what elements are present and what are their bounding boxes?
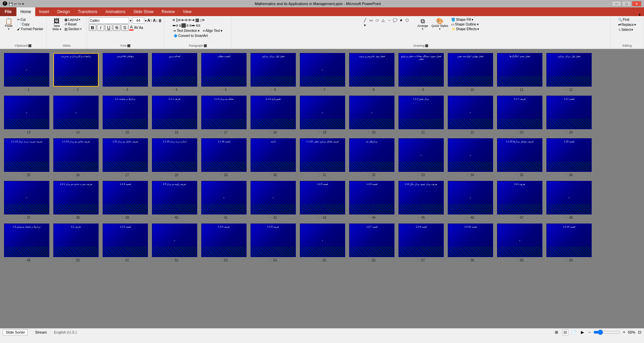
slide-star-icon-42[interactable]: ☆ [269, 216, 272, 219]
slide-thumb-16[interactable]: 1.1.1 تعریف [152, 96, 197, 129]
slide-container-27[interactable]: 1.15 تعریف حاصل دو بردار☆27 [101, 137, 149, 178]
bold-button[interactable]: B [89, 24, 96, 31]
slide-container-7[interactable]: ●☆7 [299, 52, 346, 93]
tab-slideshow[interactable]: Slide Show [129, 7, 158, 16]
slide-thumb-12[interactable]: فصل اول: بردار، برداری [546, 53, 592, 87]
tab-design[interactable]: Design [53, 7, 74, 16]
slide-star-icon-47[interactable]: ☆ [516, 216, 518, 219]
tab-view[interactable]: View [179, 7, 196, 16]
normal-view-btn[interactable]: ⊞ [553, 329, 559, 335]
slide-container-31[interactable]: 1.1.20 تعریف فضای برداری خطی☆31 [299, 137, 346, 178]
slide-star-icon-31[interactable]: ☆ [319, 173, 321, 176]
slide-thumb-60[interactable]: 1.3.14 قضیه [546, 224, 592, 257]
slide-container-32[interactable]: بردارهای بته☆32 [348, 137, 396, 178]
slide-star-icon-39[interactable]: ☆ [121, 216, 124, 219]
zoom-slider[interactable] [593, 330, 620, 335]
slide-star-icon-60[interactable]: ☆ [565, 258, 568, 261]
slide-thumb-32[interactable]: بردارهای بته [349, 138, 394, 172]
format-painter-button[interactable]: 🖌 Format Painter [16, 27, 44, 31]
slide-container-37[interactable]: ●☆37 [3, 180, 51, 221]
shape-fill-button[interactable]: 🪣 Shape Fill ▾ [450, 17, 480, 22]
slide-container-30[interactable]: ادامه☆30 [249, 137, 297, 178]
callout-shape[interactable]: 💬 [392, 18, 398, 22]
slide-star-icon-4[interactable]: ☆ [172, 88, 174, 91]
drawing-dialog-icon[interactable]: ⬛ [425, 44, 428, 47]
slide-thumb-25[interactable]: 1.1.13 تعریف ضریب بی‌نه بردار [4, 138, 49, 172]
slide-thumb-20[interactable]: ● [349, 96, 394, 129]
ribbon-minimize-icon[interactable]: ▲ [638, 12, 641, 16]
reading-view-btn[interactable]: 📄 [571, 329, 577, 335]
slide-container-10[interactable]: فصل چهارم: انواع چند تغییر☆10 [446, 52, 494, 93]
slide-star-icon-48[interactable]: ☆ [565, 216, 568, 219]
slide-container-25[interactable]: 1.1.13 تعریف ضریب بی‌نه بردار☆25 [3, 137, 51, 178]
slide-container-17[interactable]: 1.1.2 معنای دو بردار☆17 [200, 94, 248, 136]
slide-star-icon-13[interactable]: ☆ [23, 131, 25, 134]
font-case-btn[interactable]: Aa [139, 26, 143, 30]
align-right-btn[interactable]: ≡➡ [189, 23, 195, 28]
text-direction-button[interactable]: ⇔ Text Direction ▾ [172, 29, 201, 33]
slide-thumb-21[interactable]: 1.1.4 بردار صفر [398, 96, 444, 129]
slide-star-icon-38[interactable]: ☆ [72, 216, 74, 219]
slide-thumb-28[interactable]: 1.1.16 اندازه بی‌نه بردار [152, 138, 197, 172]
slide-container-46[interactable]: ●☆46 [446, 180, 494, 221]
slide-star-icon-24[interactable]: ☆ [565, 131, 568, 134]
slide-thumb-38[interactable]: 1.2.1 تعریف ضرب عددی دو بردار [53, 181, 99, 214]
copy-button[interactable]: 📄 Copy [16, 22, 44, 27]
italic-button[interactable]: I [97, 24, 104, 31]
section-button[interactable]: ▤ Section ▾ [63, 27, 82, 31]
tab-file[interactable]: File [0, 7, 16, 16]
slide-thumb-30[interactable]: ادامه [251, 138, 296, 172]
slide-container-40[interactable]: 2.5 تعریف زاویه دو بردار☆40 [151, 180, 199, 221]
slide-sorter-area[interactable]: ●☆1ریاضیات و کاربرد آن در مدیریت☆2مؤلفان… [0, 49, 644, 328]
paragraph-dialog-icon[interactable]: ⬛ [204, 44, 207, 47]
bullets-btn[interactable]: ≡ [172, 17, 175, 22]
slide-container-8[interactable]: فصل دوم: ماتریس و ترتیب☆8 [348, 52, 396, 93]
slide-thumb-10[interactable]: فصل چهارم: انواع چند تغییر [448, 53, 493, 87]
slide-container-22[interactable]: ●☆22 [446, 94, 494, 136]
slide-thumb-7[interactable]: ● [300, 53, 345, 87]
oval-shape[interactable]: ⬭ [374, 18, 380, 22]
slide-thumb-2[interactable]: ریاضیات و کاربرد آن در مدیریت [53, 53, 99, 87]
slide-star-icon-10[interactable]: ☆ [467, 88, 469, 91]
slide-thumb-55[interactable]: ● [300, 224, 345, 257]
slide-thumb-27[interactable]: 1.15 تعریف حاصل دو بردار [103, 138, 148, 172]
reset-button[interactable]: ↺ Reset [63, 22, 82, 27]
slide-star-icon-52[interactable]: ☆ [171, 258, 173, 261]
font-size-dropdown[interactable]: ▾ [145, 19, 147, 22]
slide-container-26[interactable]: 1.1.14 تعریف ضامن دو بردار☆26 [52, 137, 100, 178]
slide-thumb-17[interactable]: 1.1.2 معنای دو بردار [201, 96, 247, 129]
quick-redo-btn[interactable]: ↪ [18, 2, 21, 6]
slide-thumb-6[interactable]: فصل اول: بردار، برداری [251, 53, 296, 87]
zoom-out-btn[interactable]: − [588, 330, 591, 335]
slide-star-icon-30[interactable]: ☆ [269, 173, 272, 176]
slide-star-icon-36[interactable]: ☆ [565, 173, 568, 176]
increase-indent-btn[interactable]: ≡⇥ [188, 17, 195, 22]
slide-container-23[interactable]: 1.1.7 تعریف☆23 [496, 94, 544, 136]
slide-star-icon-49[interactable]: ☆ [23, 258, 25, 261]
slide-star-icon-2[interactable]: ☆ [73, 88, 75, 91]
slide-thumb-14[interactable]: ● [53, 96, 99, 129]
slideshow-view-btn[interactable]: ▶ [580, 329, 586, 335]
slide-container-50[interactable]: 3.1 تعریف☆50 [52, 222, 100, 263]
slide-star-icon-46[interactable]: ☆ [467, 216, 469, 219]
slide-thumb-45[interactable]: 2.10 تعریف بردار عمود بردار دیگر [398, 181, 444, 214]
slide-star-icon-57[interactable]: ☆ [417, 258, 420, 261]
slide-container-11[interactable]: فصل پنجم: انتگرال‌ها☆11 [496, 52, 544, 93]
slide-container-39[interactable]: 1.2.4 قضیه☆39 [101, 180, 149, 221]
slide-star-icon-23[interactable]: ☆ [516, 131, 518, 134]
slide-star-icon-20[interactable]: ☆ [368, 131, 370, 134]
paste-button[interactable]: 📋 Paste ▾ [2, 17, 15, 31]
slide-star-icon-59[interactable]: ☆ [516, 258, 518, 261]
slide-thumb-43[interactable]: 1.2.6 قضیه [300, 181, 345, 214]
decrease-indent-btn[interactable]: ⇤≡ [181, 17, 188, 22]
underline-button[interactable]: U [105, 24, 112, 31]
convert-smartart-button[interactable]: 🔷 Convert to SmartArt [172, 34, 209, 38]
slide-thumb-4[interactable]: اهداف درس [152, 53, 197, 87]
slide-star-icon-35[interactable]: ☆ [516, 173, 518, 176]
slide-star-icon-19[interactable]: ☆ [319, 131, 321, 134]
clipboard-dialog-icon[interactable]: ⬛ [28, 44, 32, 47]
slide-container-20[interactable]: ●☆20 [348, 94, 396, 136]
slide-thumb-52[interactable]: ● [152, 224, 197, 257]
slide-star-icon-3[interactable]: ☆ [122, 88, 125, 91]
slide-container-55[interactable]: ●☆55 [299, 222, 346, 263]
